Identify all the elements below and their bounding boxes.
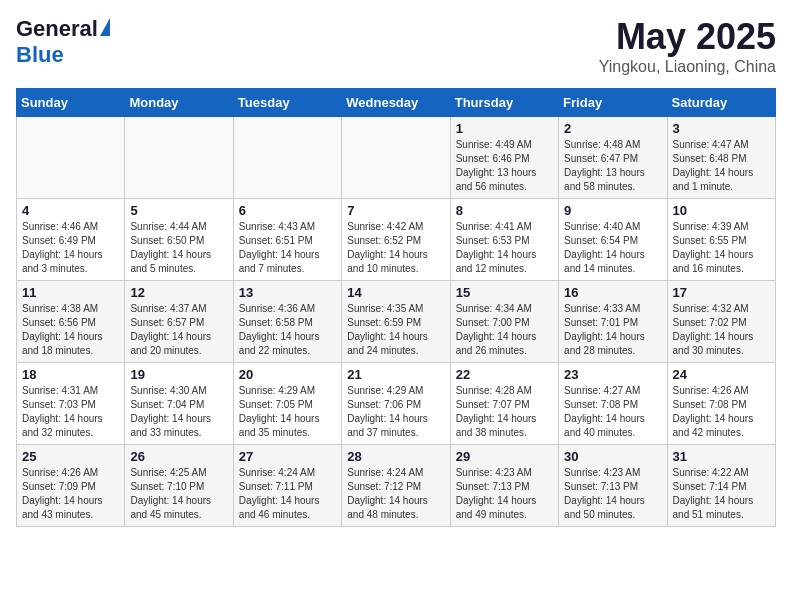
- day-info: Sunrise: 4:37 AM Sunset: 6:57 PM Dayligh…: [130, 302, 227, 358]
- title-area: May 2025 Yingkou, Liaoning, China: [599, 16, 776, 76]
- calendar-cell: 9Sunrise: 4:40 AM Sunset: 6:54 PM Daylig…: [559, 199, 667, 281]
- location-subtitle: Yingkou, Liaoning, China: [599, 58, 776, 76]
- day-info: Sunrise: 4:26 AM Sunset: 7:09 PM Dayligh…: [22, 466, 119, 522]
- header-sunday: Sunday: [17, 89, 125, 117]
- calendar-cell: 5Sunrise: 4:44 AM Sunset: 6:50 PM Daylig…: [125, 199, 233, 281]
- calendar-body: 1Sunrise: 4:49 AM Sunset: 6:46 PM Daylig…: [17, 117, 776, 527]
- day-info: Sunrise: 4:24 AM Sunset: 7:11 PM Dayligh…: [239, 466, 336, 522]
- day-info: Sunrise: 4:43 AM Sunset: 6:51 PM Dayligh…: [239, 220, 336, 276]
- calendar-cell: [342, 117, 450, 199]
- day-info: Sunrise: 4:27 AM Sunset: 7:08 PM Dayligh…: [564, 384, 661, 440]
- day-number: 29: [456, 449, 553, 464]
- day-info: Sunrise: 4:24 AM Sunset: 7:12 PM Dayligh…: [347, 466, 444, 522]
- calendar-cell: 10Sunrise: 4:39 AM Sunset: 6:55 PM Dayli…: [667, 199, 775, 281]
- day-info: Sunrise: 4:32 AM Sunset: 7:02 PM Dayligh…: [673, 302, 770, 358]
- calendar-week-2: 11Sunrise: 4:38 AM Sunset: 6:56 PM Dayli…: [17, 281, 776, 363]
- day-info: Sunrise: 4:31 AM Sunset: 7:03 PM Dayligh…: [22, 384, 119, 440]
- day-number: 14: [347, 285, 444, 300]
- day-info: Sunrise: 4:23 AM Sunset: 7:13 PM Dayligh…: [564, 466, 661, 522]
- day-info: Sunrise: 4:40 AM Sunset: 6:54 PM Dayligh…: [564, 220, 661, 276]
- day-number: 28: [347, 449, 444, 464]
- calendar-week-4: 25Sunrise: 4:26 AM Sunset: 7:09 PM Dayli…: [17, 445, 776, 527]
- calendar-cell: 7Sunrise: 4:42 AM Sunset: 6:52 PM Daylig…: [342, 199, 450, 281]
- day-number: 26: [130, 449, 227, 464]
- day-info: Sunrise: 4:42 AM Sunset: 6:52 PM Dayligh…: [347, 220, 444, 276]
- day-number: 18: [22, 367, 119, 382]
- calendar-cell: 12Sunrise: 4:37 AM Sunset: 6:57 PM Dayli…: [125, 281, 233, 363]
- logo: General Blue: [16, 16, 110, 68]
- month-title: May 2025: [599, 16, 776, 58]
- logo-general-text: General: [16, 16, 98, 42]
- day-number: 23: [564, 367, 661, 382]
- day-info: Sunrise: 4:29 AM Sunset: 7:06 PM Dayligh…: [347, 384, 444, 440]
- day-info: Sunrise: 4:34 AM Sunset: 7:00 PM Dayligh…: [456, 302, 553, 358]
- day-number: 3: [673, 121, 770, 136]
- calendar-table: Sunday Monday Tuesday Wednesday Thursday…: [16, 88, 776, 527]
- calendar-cell: 24Sunrise: 4:26 AM Sunset: 7:08 PM Dayli…: [667, 363, 775, 445]
- calendar-cell: 4Sunrise: 4:46 AM Sunset: 6:49 PM Daylig…: [17, 199, 125, 281]
- calendar-cell: 14Sunrise: 4:35 AM Sunset: 6:59 PM Dayli…: [342, 281, 450, 363]
- calendar-cell: 31Sunrise: 4:22 AM Sunset: 7:14 PM Dayli…: [667, 445, 775, 527]
- day-info: Sunrise: 4:25 AM Sunset: 7:10 PM Dayligh…: [130, 466, 227, 522]
- day-info: Sunrise: 4:36 AM Sunset: 6:58 PM Dayligh…: [239, 302, 336, 358]
- day-number: 4: [22, 203, 119, 218]
- day-number: 15: [456, 285, 553, 300]
- day-info: Sunrise: 4:39 AM Sunset: 6:55 PM Dayligh…: [673, 220, 770, 276]
- header-monday: Monday: [125, 89, 233, 117]
- day-number: 5: [130, 203, 227, 218]
- calendar-week-3: 18Sunrise: 4:31 AM Sunset: 7:03 PM Dayli…: [17, 363, 776, 445]
- calendar-cell: 17Sunrise: 4:32 AM Sunset: 7:02 PM Dayli…: [667, 281, 775, 363]
- days-of-week-row: Sunday Monday Tuesday Wednesday Thursday…: [17, 89, 776, 117]
- day-info: Sunrise: 4:49 AM Sunset: 6:46 PM Dayligh…: [456, 138, 553, 194]
- calendar-cell: 19Sunrise: 4:30 AM Sunset: 7:04 PM Dayli…: [125, 363, 233, 445]
- day-number: 30: [564, 449, 661, 464]
- day-number: 11: [22, 285, 119, 300]
- day-info: Sunrise: 4:47 AM Sunset: 6:48 PM Dayligh…: [673, 138, 770, 194]
- header-friday: Friday: [559, 89, 667, 117]
- calendar-cell: 13Sunrise: 4:36 AM Sunset: 6:58 PM Dayli…: [233, 281, 341, 363]
- day-info: Sunrise: 4:30 AM Sunset: 7:04 PM Dayligh…: [130, 384, 227, 440]
- header-tuesday: Tuesday: [233, 89, 341, 117]
- day-number: 1: [456, 121, 553, 136]
- header-thursday: Thursday: [450, 89, 558, 117]
- calendar-cell: 2Sunrise: 4:48 AM Sunset: 6:47 PM Daylig…: [559, 117, 667, 199]
- day-info: Sunrise: 4:33 AM Sunset: 7:01 PM Dayligh…: [564, 302, 661, 358]
- logo-triangle-icon: [100, 18, 110, 36]
- calendar-cell: 26Sunrise: 4:25 AM Sunset: 7:10 PM Dayli…: [125, 445, 233, 527]
- day-number: 13: [239, 285, 336, 300]
- calendar-cell: 6Sunrise: 4:43 AM Sunset: 6:51 PM Daylig…: [233, 199, 341, 281]
- day-number: 27: [239, 449, 336, 464]
- day-info: Sunrise: 4:48 AM Sunset: 6:47 PM Dayligh…: [564, 138, 661, 194]
- day-info: Sunrise: 4:44 AM Sunset: 6:50 PM Dayligh…: [130, 220, 227, 276]
- header-wednesday: Wednesday: [342, 89, 450, 117]
- day-number: 25: [22, 449, 119, 464]
- day-info: Sunrise: 4:29 AM Sunset: 7:05 PM Dayligh…: [239, 384, 336, 440]
- calendar-header: Sunday Monday Tuesday Wednesday Thursday…: [17, 89, 776, 117]
- day-number: 20: [239, 367, 336, 382]
- calendar-week-1: 4Sunrise: 4:46 AM Sunset: 6:49 PM Daylig…: [17, 199, 776, 281]
- calendar-cell: [233, 117, 341, 199]
- day-number: 10: [673, 203, 770, 218]
- day-number: 17: [673, 285, 770, 300]
- day-number: 8: [456, 203, 553, 218]
- calendar-cell: 16Sunrise: 4:33 AM Sunset: 7:01 PM Dayli…: [559, 281, 667, 363]
- day-number: 7: [347, 203, 444, 218]
- day-number: 12: [130, 285, 227, 300]
- day-number: 2: [564, 121, 661, 136]
- calendar-cell: 25Sunrise: 4:26 AM Sunset: 7:09 PM Dayli…: [17, 445, 125, 527]
- calendar-cell: 23Sunrise: 4:27 AM Sunset: 7:08 PM Dayli…: [559, 363, 667, 445]
- calendar-cell: 3Sunrise: 4:47 AM Sunset: 6:48 PM Daylig…: [667, 117, 775, 199]
- header-saturday: Saturday: [667, 89, 775, 117]
- day-number: 9: [564, 203, 661, 218]
- day-info: Sunrise: 4:46 AM Sunset: 6:49 PM Dayligh…: [22, 220, 119, 276]
- calendar-cell: 30Sunrise: 4:23 AM Sunset: 7:13 PM Dayli…: [559, 445, 667, 527]
- day-info: Sunrise: 4:41 AM Sunset: 6:53 PM Dayligh…: [456, 220, 553, 276]
- day-number: 24: [673, 367, 770, 382]
- logo-blue-text: Blue: [16, 42, 64, 68]
- calendar-cell: 18Sunrise: 4:31 AM Sunset: 7:03 PM Dayli…: [17, 363, 125, 445]
- calendar-cell: 27Sunrise: 4:24 AM Sunset: 7:11 PM Dayli…: [233, 445, 341, 527]
- calendar-cell: [17, 117, 125, 199]
- day-number: 19: [130, 367, 227, 382]
- page-header: General Blue May 2025 Yingkou, Liaoning,…: [16, 16, 776, 76]
- calendar-cell: 22Sunrise: 4:28 AM Sunset: 7:07 PM Dayli…: [450, 363, 558, 445]
